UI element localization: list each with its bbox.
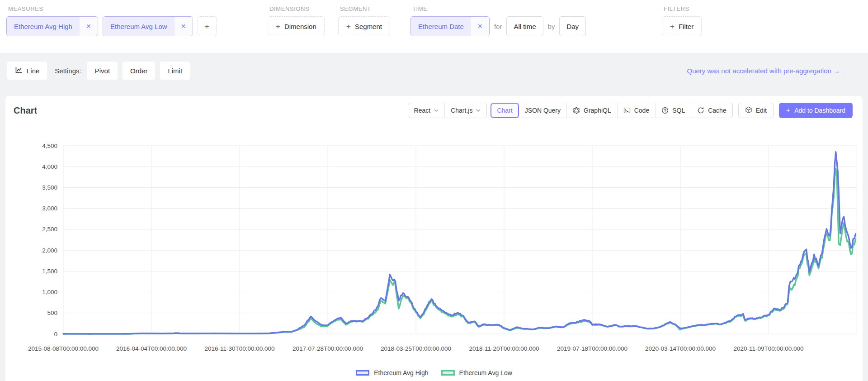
time-dimension-chip[interactable]: Ethereum Date ✕: [410, 16, 490, 36]
x-axis-tick-label: 2016-11-30T00:00:00.000: [204, 345, 274, 352]
add-filter-button[interactable]: + Filter: [662, 16, 702, 36]
chart-toolbar: Line Settings: PivotOrderLimit Query was…: [0, 53, 868, 88]
line-chart-icon: [15, 66, 23, 75]
measure-chip-label: Ethereum Avg High: [7, 17, 80, 36]
chart-card-header: Chart React Chart.js ChartJSON QueryGrap…: [5, 96, 863, 125]
tab-code[interactable]: Code: [617, 103, 655, 118]
edit-button-label: Edit: [756, 107, 767, 114]
toolbar-button-pivot[interactable]: Pivot: [87, 62, 118, 80]
legend-item-ethereum-avg-high[interactable]: Ethereum Avg High: [356, 369, 428, 376]
x-axis-tick-label: 2020-11-09T00:00:00.000: [733, 345, 803, 352]
settings-label: Settings:: [55, 67, 81, 75]
tab-label: GraphiQL: [584, 107, 611, 114]
edit-button[interactable]: Edit: [738, 103, 774, 118]
code-icon: [623, 107, 631, 114]
remove-measure-icon[interactable]: ✕: [175, 17, 193, 36]
filters-section: FILTERS + Filter: [662, 5, 702, 36]
tab-label: Cache: [708, 107, 726, 114]
legend-item-ethereum-avg-low[interactable]: Ethereum Avg Low: [441, 369, 512, 376]
tab-json-query[interactable]: JSON Query: [519, 103, 566, 118]
series-line-ethereum-avg-low: [63, 169, 856, 334]
y-axis-tick-label: 4,000: [42, 163, 57, 170]
plus-icon: +: [276, 23, 280, 30]
measures-chip-list: Ethereum Avg High✕Ethereum Avg Low✕+: [6, 16, 217, 36]
plus-icon: +: [670, 23, 675, 30]
y-axis-tick-label: 3,500: [42, 184, 57, 191]
measure-chip-label: Ethereum Avg Low: [103, 17, 175, 36]
charting-library-select[interactable]: Chart.js: [444, 103, 486, 118]
tab-sql[interactable]: SQL: [655, 103, 691, 118]
y-axis-tick-label: 2,500: [42, 226, 57, 233]
series-line-ethereum-avg-high: [63, 152, 856, 334]
chart-legend: Ethereum Avg HighEthereum Avg Low: [5, 369, 863, 376]
y-axis-tick-label: 1,500: [42, 268, 57, 275]
tab-label: Code: [634, 107, 649, 114]
line-chart-plot[interactable]: 05001,0001,5002,0002,5003,0003,5004,0004…: [5, 125, 863, 369]
by-label: by: [548, 23, 555, 30]
add-dimension-button[interactable]: + Dimension: [268, 16, 325, 36]
tab-label: JSON Query: [525, 107, 561, 114]
tab-label: Chart: [497, 107, 512, 114]
chart-card: Chart React Chart.js ChartJSON QueryGrap…: [5, 96, 863, 381]
segment-section: SEGMENT + Segment: [338, 5, 390, 36]
tab-cache[interactable]: Cache: [691, 103, 732, 118]
x-axis-tick-label: 2019-07-18T00:00:00.000: [557, 345, 627, 352]
x-axis-tick-label: 2015-08-08T00:00:00.000: [28, 345, 99, 352]
y-axis-tick-label: 500: [47, 310, 57, 316]
codesandbox-icon: [745, 106, 752, 115]
y-axis-tick-label: 2,000: [42, 247, 57, 254]
graphql-icon: [573, 107, 580, 114]
add-to-dashboard-button[interactable]: + Add to Dashboard: [779, 103, 853, 118]
y-axis-tick-label: 3,000: [42, 205, 57, 212]
remove-measure-icon[interactable]: ✕: [80, 17, 98, 36]
segment-label: SEGMENT: [340, 5, 390, 12]
add-dimension-label: Dimension: [284, 23, 316, 30]
tab-graphiql[interactable]: GraphiQL: [566, 103, 617, 118]
y-axis-tick-label: 4,500: [42, 143, 57, 149]
legend-swatch: [441, 370, 455, 376]
granularity-button[interactable]: Day: [559, 16, 586, 36]
chevron-down-icon: [476, 109, 481, 112]
x-axis-tick-label: 2018-11-20T00:00:00.000: [469, 345, 539, 352]
add-segment-label: Segment: [355, 23, 382, 30]
chart-header-actions: React Chart.js ChartJSON QueryGraphiQLCo…: [408, 103, 853, 118]
toolbar-button-limit[interactable]: Limit: [160, 62, 190, 80]
x-axis-tick-label: 2018-03-25T00:00:00.000: [381, 345, 451, 352]
date-range-button[interactable]: All time: [506, 16, 543, 36]
sync-icon: [697, 107, 704, 114]
time-label: TIME: [412, 5, 586, 12]
add-segment-button[interactable]: + Segment: [338, 16, 390, 36]
measure-chip[interactable]: Ethereum Avg High✕: [6, 16, 98, 36]
add-measure-button[interactable]: +: [198, 16, 217, 36]
remove-time-dimension-icon[interactable]: ✕: [471, 17, 489, 36]
plus-icon: +: [205, 23, 209, 30]
chevron-down-icon: [434, 109, 439, 112]
toolbar-button-order[interactable]: Order: [123, 62, 155, 80]
plus-icon: +: [786, 107, 790, 114]
charting-library-select-value: Chart.js: [451, 107, 472, 114]
legend-label: Ethereum Avg High: [374, 369, 428, 376]
legend-swatch: [356, 370, 369, 376]
result-view-tabs: ChartJSON QueryGraphiQLCodeSQLCache: [491, 103, 732, 118]
dimensions-label: DIMENSIONS: [269, 5, 325, 12]
tab-chart[interactable]: Chart: [491, 103, 518, 118]
chart-type-button[interactable]: Line: [7, 62, 47, 80]
dimensions-section: DIMENSIONS + Dimension: [268, 5, 325, 36]
filters-label: FILTERS: [664, 5, 702, 12]
x-axis-tick-label: 2017-07-28T00:00:00.000: [292, 345, 363, 352]
settings-buttons: PivotOrderLimit: [87, 62, 195, 80]
framework-select-value: React: [414, 107, 431, 114]
plus-icon: +: [346, 23, 351, 30]
x-axis-tick-label: 2020-03-14T00:00:00.000: [645, 345, 716, 352]
query-builder-bar: MEASURES Ethereum Avg High✕Ethereum Avg …: [0, 0, 868, 53]
add-to-dashboard-label: Add to Dashboard: [794, 107, 845, 114]
time-dimension-chip-label: Ethereum Date: [411, 17, 471, 36]
add-filter-label: Filter: [679, 23, 693, 30]
question-circle-icon: [661, 107, 669, 114]
framework-select[interactable]: React: [408, 103, 445, 118]
preaggregation-link[interactable]: Query was not accelerated with pre-aggre…: [687, 67, 840, 75]
time-section: TIME Ethereum Date ✕ for All time by Day: [410, 5, 586, 36]
framework-select-group: React Chart.js: [408, 103, 487, 118]
measure-chip[interactable]: Ethereum Avg Low✕: [103, 16, 193, 36]
y-axis-tick-label: 0: [54, 331, 57, 338]
